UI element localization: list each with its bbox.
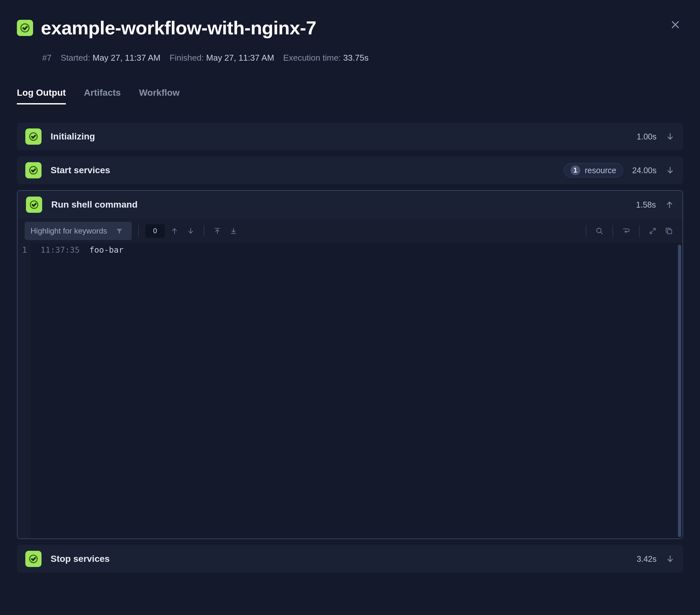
svg-line-17	[653, 228, 655, 231]
close-icon	[670, 20, 680, 30]
status-success-icon	[26, 197, 42, 213]
divider	[586, 225, 586, 237]
step-title: Run shell command	[51, 200, 627, 210]
resource-count: 1	[571, 165, 580, 175]
finished-time: Finished: May 27, 11:37 AM	[170, 53, 274, 63]
status-success-icon	[25, 162, 41, 178]
step-start-services[interactable]: Start services 1 resource 24.00s	[17, 156, 683, 184]
log-toolbar: Highlight for keywords 0	[17, 218, 683, 243]
close-button[interactable]	[667, 17, 683, 33]
tab-workflow[interactable]: Workflow	[139, 88, 179, 104]
tab-log-output[interactable]: Log Output	[17, 88, 66, 104]
page-header: example-workflow-with-nginx-7 #7 Started…	[17, 17, 683, 63]
divider	[612, 225, 613, 237]
search-icon	[595, 227, 604, 235]
run-number: #7	[42, 53, 52, 63]
line-number: 1	[17, 243, 31, 538]
run-metadata: #7 Started: May 27, 11:37 AM Finished: M…	[42, 53, 660, 63]
svg-rect-19	[667, 230, 672, 234]
highlight-input[interactable]: Highlight for keywords	[25, 222, 132, 240]
filter-icon	[113, 225, 126, 237]
chevron-down-icon	[666, 166, 675, 175]
workflow-title: example-workflow-with-nginx-7	[41, 17, 316, 39]
step-title: Initializing	[51, 131, 628, 142]
scroll-thumb[interactable]	[678, 244, 681, 537]
scroll-bottom-button[interactable]	[227, 225, 240, 237]
svg-line-18	[650, 231, 652, 234]
scroll-top-icon	[213, 227, 221, 235]
divider	[204, 225, 204, 237]
chevron-up-icon	[665, 200, 674, 209]
status-success-icon	[25, 128, 41, 145]
divider	[639, 225, 640, 237]
tabs: Log Output Artifacts Workflow	[17, 88, 683, 104]
wrap-button[interactable]	[620, 225, 633, 237]
step-duration: 24.00s	[632, 166, 657, 175]
step-stop-services[interactable]: Stop services 3.42s	[17, 545, 683, 573]
resource-badge[interactable]: 1 resource	[564, 163, 623, 177]
chevron-down-icon	[666, 132, 675, 141]
step-run-shell[interactable]: Run shell command 1.58s	[17, 191, 683, 218]
log-message: foo-bar	[89, 245, 123, 537]
step-duration: 1.58s	[636, 200, 656, 210]
step-title: Start services	[51, 165, 555, 175]
tab-artifacts[interactable]: Artifacts	[84, 88, 121, 104]
step-run-shell-expanded: Run shell command 1.58s Highlight for ke…	[17, 190, 683, 539]
next-match-button[interactable]	[184, 225, 197, 237]
step-duration: 3.42s	[637, 554, 657, 564]
arrow-up-icon	[171, 227, 178, 235]
step-title: Stop services	[51, 554, 628, 564]
log-line: 11:37:35 foo-bar	[31, 243, 677, 538]
search-button[interactable]	[593, 225, 606, 237]
scroll-bottom-icon	[230, 227, 237, 235]
copy-button[interactable]	[662, 225, 675, 237]
match-counter: 0	[145, 224, 165, 238]
expand-icon	[649, 227, 657, 235]
step-duration: 1.00s	[637, 132, 657, 141]
prev-match-button[interactable]	[168, 225, 181, 237]
copy-icon	[665, 227, 673, 235]
status-success-icon	[25, 551, 41, 567]
scrollbar[interactable]	[677, 243, 683, 538]
started-time: Started: May 27, 11:37 AM	[61, 53, 161, 63]
divider	[138, 225, 139, 237]
step-initializing[interactable]: Initializing 1.00s	[17, 123, 683, 151]
svg-line-16	[600, 232, 602, 234]
execution-time: Execution time: 33.75s	[283, 53, 368, 63]
log-timestamp: 11:37:35	[31, 245, 79, 537]
resource-label: resource	[585, 166, 616, 175]
chevron-down-icon	[666, 554, 675, 563]
steps-list: Initializing 1.00s Start services 1 reso…	[17, 123, 683, 573]
highlight-placeholder: Highlight for keywords	[30, 226, 107, 236]
wrap-icon	[622, 227, 630, 235]
scroll-top-button[interactable]	[211, 225, 224, 237]
arrow-down-icon	[187, 227, 195, 235]
status-success-icon	[17, 20, 33, 36]
log-viewer: 1 11:37:35 foo-bar	[17, 243, 683, 538]
expand-button[interactable]	[646, 225, 659, 237]
